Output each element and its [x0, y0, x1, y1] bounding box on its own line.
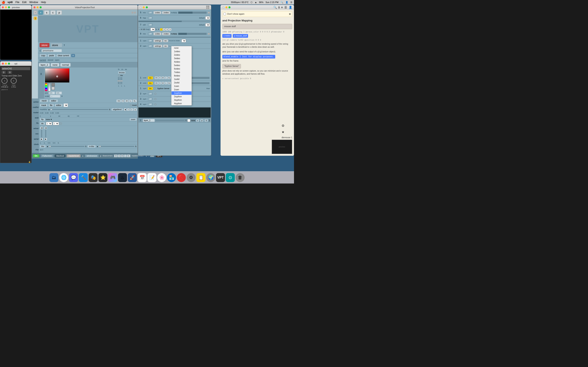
dock-graphics[interactable]: 🎭: [89, 173, 98, 182]
fg-color[interactable]: [52, 83, 55, 86]
bottom-layer-field[interactable]: layer_1: [143, 119, 155, 122]
question-mark[interactable]: ?: [63, 44, 65, 47]
menu-window[interactable]: Window: [29, 1, 38, 4]
blackout-button[interactable]: blackout: [55, 154, 65, 157]
row6-select[interactable]: [205, 16, 210, 20]
dd-3video[interactable]: 3video: [172, 57, 191, 60]
maskblur-slider[interactable]: [51, 109, 108, 110]
s2-l[interactable]: L: [164, 82, 167, 84]
grid-icon-info[interactable]: ≡: [281, 6, 283, 9]
bluetooth-icon[interactable]: ⬡: [251, 1, 252, 4]
scale-dropdown-icon[interactable]: ▼: [61, 95, 63, 97]
t-right[interactable]: ▶: [40, 138, 43, 141]
dd-4syphon[interactable]: 4syphon: [172, 102, 191, 105]
info-minimize[interactable]: [225, 6, 227, 8]
close-info[interactable]: ✕: [289, 12, 291, 16]
m-blur-slider[interactable]: [99, 146, 135, 147]
blur-slider[interactable]: [49, 146, 85, 147]
t2-right[interactable]: ▶: [44, 138, 47, 141]
x-btn1[interactable]: 1: [160, 28, 163, 31]
cam2-rec[interactable]: rec: [163, 45, 168, 48]
dock-launchpad[interactable]: 🚀: [128, 173, 137, 182]
fullscreen-button[interactable]: Fullscreen: [41, 154, 54, 157]
store-button[interactable]: store: [40, 43, 49, 47]
glide-knob[interactable]: ⊙: [11, 78, 17, 84]
mixer-minimize[interactable]: [143, 6, 145, 8]
dock-trash[interactable]: 🗑: [236, 173, 245, 182]
color-picker-saturation[interactable]: [45, 68, 69, 83]
size-l[interactable]: L: [129, 100, 132, 102]
dd-2syphon[interactable]: 2syphon: [172, 95, 191, 98]
dont-show-checkbox[interactable]: [223, 13, 226, 15]
cam2-settings[interactable]: settings: [154, 45, 162, 48]
mixer-traffic-lights[interactable]: [140, 6, 148, 8]
c-button[interactable]: c: [51, 10, 56, 15]
s1-xs[interactable]: XS: [155, 76, 158, 79]
color-box[interactable]: [187, 119, 190, 122]
mixer-close[interactable]: [140, 6, 142, 8]
s1-xl[interactable]: XL: [167, 76, 171, 79]
plus-button[interactable]: +: [38, 10, 43, 15]
row8-2video[interactable]: 2video: [162, 33, 170, 35]
bottom-slider[interactable]: [156, 120, 185, 121]
mouse-btn[interactable]: p mouse_stuff: [233, 34, 248, 38]
row5-2video[interactable]: 2video: [162, 11, 170, 14]
row7-select[interactable]: [205, 23, 210, 26]
t-x-slider[interactable]: [41, 129, 42, 138]
metro-btn[interactable]: s metro: [222, 34, 232, 38]
on-button[interactable]: On: [33, 154, 39, 157]
dock-vpt[interactable]: VPT: [216, 173, 225, 182]
sidebar-cuelist[interactable]: cuelist: [33, 105, 39, 110]
eb-left-down[interactable]: ◀: [124, 108, 127, 111]
s2-m[interactable]: M: [162, 82, 164, 84]
mask-file-button[interactable]: file: [48, 104, 54, 107]
sidebar-serial[interactable]: serial: [34, 136, 39, 142]
dock-globe[interactable]: 🌍: [206, 173, 215, 182]
invert-checkbox[interactable]: [130, 104, 132, 106]
preset-name-field[interactable]: presetname: [42, 49, 62, 52]
row7-off[interactable]: Off: [148, 24, 153, 26]
x-btn2[interactable]: 2: [163, 28, 165, 31]
dock-photos[interactable]: 🌸: [157, 173, 166, 182]
row5-1video[interactable]: 1video: [154, 11, 162, 14]
pos-x-field[interactable]: 0.5: [49, 92, 55, 94]
cam1-rec[interactable]: rec: [163, 39, 168, 42]
dd-1cam[interactable]: 1cam: [172, 84, 191, 88]
m-blur-button[interactable]: m-blur: [87, 145, 96, 148]
syph1-on[interactable]: On: [148, 87, 153, 90]
dock-discord[interactable]: 💬: [69, 173, 78, 182]
copy-button[interactable]: copy: [40, 54, 47, 57]
menu-help[interactable]: Help: [41, 1, 46, 4]
cam1-settings[interactable]: settings: [154, 39, 162, 42]
search-icon[interactable]: 🔍: [273, 6, 277, 9]
layer-name-field[interactable]: layer_1: [39, 63, 50, 67]
row5-dot[interactable]: [208, 12, 210, 14]
syph2-off[interactable]: Off: [148, 92, 153, 95]
cam2-off[interactable]: Off: [148, 45, 153, 48]
cam1-off[interactable]: Off: [148, 39, 153, 42]
bottom-c[interactable]: c: [196, 119, 199, 122]
dock-xcode[interactable]: 🔨: [79, 173, 88, 182]
x-btn3[interactable]: 3: [166, 28, 168, 31]
size-m[interactable]: M: [125, 100, 129, 102]
syph4-off[interactable]: Off: [148, 103, 153, 106]
sa-slider[interactable]: [121, 77, 122, 84]
bg-color[interactable]: [52, 87, 55, 90]
t-y-slider[interactable]: [45, 129, 46, 138]
edgeblend-button[interactable]: edgeblend: [112, 108, 123, 111]
row8-dot[interactable]: [208, 33, 210, 35]
paste-button[interactable]: paste: [48, 54, 55, 57]
info-close[interactable]: [222, 6, 224, 8]
dont-show-label[interactable]: Don't show again: [227, 12, 244, 16]
dd-2solid[interactable]: 2solid: [172, 81, 191, 84]
dock-preferences[interactable]: ⚙: [187, 173, 196, 182]
row8-slider[interactable]: [178, 33, 207, 35]
grid-icon[interactable]: [206, 6, 209, 9]
mixer-maximize[interactable]: [146, 6, 148, 8]
source-dropdown[interactable]: none 1video 2video 3video 4video 5video …: [171, 46, 192, 105]
dd-2video[interactable]: 2video: [172, 53, 191, 57]
dd-7video[interactable]: 7video: [172, 71, 191, 74]
eb-right-up[interactable]: ▲: [134, 108, 137, 111]
syph2-dot[interactable]: [154, 93, 156, 95]
minus-button[interactable]: -: [34, 10, 37, 15]
